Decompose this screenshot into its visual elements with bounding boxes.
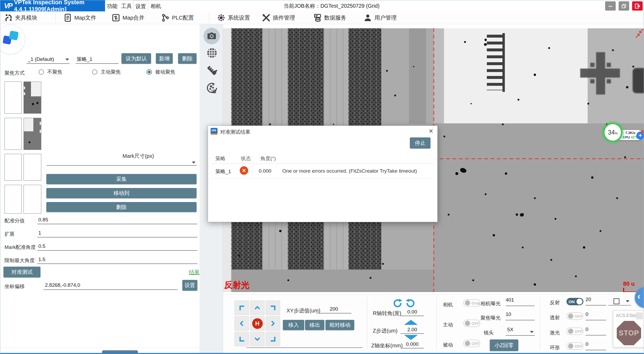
param-input-expand[interactable]: 1 (37, 228, 197, 238)
r-axis-input[interactable]: 0.00 (401, 308, 424, 316)
light-reflect-value[interactable]: 20 (586, 297, 606, 306)
menu-settings[interactable]: 设置 (133, 0, 148, 13)
radio-active-focus[interactable]: 主动聚焦 (92, 69, 121, 75)
restore-button[interactable] (619, 1, 629, 11)
preset-dropdown[interactable]: _1 (Default) (27, 55, 70, 64)
minimize-button[interactable] (605, 1, 616, 11)
mark-template-slot[interactable] (24, 185, 41, 214)
light-ring-value[interactable]: 0 (586, 341, 606, 350)
mark-template-slot[interactable] (4, 185, 22, 214)
radio-label: 被动聚焦 (155, 69, 175, 75)
jog-right-button[interactable] (266, 316, 280, 331)
light-mode-label: 反射光 (224, 279, 250, 291)
column-header-status: 状态 (241, 155, 251, 162)
xy-step-input[interactable]: 200 (316, 304, 351, 313)
mark-template-image[interactable] (24, 82, 41, 114)
lens-dropdown[interactable]: 5X (506, 327, 535, 336)
focus-exposure-input[interactable]: 10 (506, 311, 535, 320)
jog-up-right-button[interactable] (266, 301, 280, 315)
active-focus-label: 主动 (443, 321, 453, 328)
toolbar-item-user-manager[interactable]: 用户管理 (363, 11, 397, 24)
toggle-knob (568, 329, 573, 334)
table-row[interactable]: 策略_1 × 0.000 One or more errors occurred… (208, 164, 438, 178)
set-offset-button[interactable]: 设置 (182, 280, 197, 291)
recipe-map-button[interactable] (206, 82, 218, 95)
radio-no-focus[interactable]: 不聚焦 (39, 69, 62, 75)
z-step-input[interactable]: 2.00 (401, 325, 424, 334)
passive-focus-toggle[interactable]: OFF (463, 340, 480, 347)
menu-function[interactable]: 功能 (105, 0, 120, 13)
toolbar-item-fixture[interactable]: 夹具模块 (4, 11, 37, 24)
z-home-button[interactable]: 小Z回零 (490, 339, 518, 351)
jog-down-button[interactable] (250, 332, 265, 346)
move-in-button[interactable]: 移入 (283, 320, 304, 330)
relative-move-button[interactable]: 相对移动 (325, 320, 354, 330)
toolbar-item-system-settings[interactable]: 系统设置 (217, 11, 250, 24)
dialog-icon-text: vis (211, 128, 216, 132)
cpu-percent: 34 (608, 129, 615, 136)
camera-exposure-input[interactable]: 401 (506, 297, 535, 306)
move-to-button[interactable]: 移动到 (46, 188, 197, 198)
light-reflect-toggle[interactable]: ON (566, 298, 583, 305)
light-ring-toggle[interactable]: OFF (566, 342, 583, 350)
mark-template-slot[interactable] (4, 118, 22, 150)
jog-down-right-button[interactable] (266, 332, 280, 346)
param-input-max-angle[interactable]: 1.5 (37, 255, 197, 264)
light-laser-toggle[interactable]: OFF (566, 328, 583, 335)
light-color-checkbox[interactable] (614, 298, 619, 304)
measure-button[interactable] (206, 64, 218, 78)
app-logo-icon: VP (4, 2, 12, 10)
strategy-name-input[interactable]: 策略_1 (76, 55, 119, 64)
stop-sign[interactable]: STOP (617, 321, 641, 345)
z-step-down-button[interactable] (404, 335, 418, 340)
mark-size-dropdown[interactable] (47, 158, 197, 166)
add-strategy-button[interactable]: 新增 (156, 53, 173, 64)
mark-template-image[interactable] (24, 118, 41, 150)
jog-down-left-button[interactable] (234, 332, 249, 346)
toolbar-item-data-service[interactable]: 数据服务 (313, 11, 346, 24)
jog-up-left-button[interactable] (234, 301, 249, 315)
jog-left-button[interactable] (234, 316, 249, 331)
param-input-score[interactable]: 0.85 (37, 215, 197, 224)
move-out-button[interactable]: 移出 (305, 320, 324, 330)
menu-tools[interactable]: 工具 (120, 0, 133, 13)
coord-offset-input[interactable]: 2.8268,-0.874,0 (43, 280, 178, 290)
menu-camera[interactable]: 相机 (149, 0, 163, 13)
jog-home-button[interactable]: H (250, 316, 265, 331)
camera-gray-toggle[interactable]: Gray (463, 299, 480, 307)
dialog-close-button[interactable]: × (429, 127, 433, 135)
toolbar-item-plc-config[interactable]: PLC配置 (161, 11, 194, 24)
mark-template-slot[interactable] (4, 82, 22, 114)
jog-up-button[interactable] (250, 301, 265, 315)
collect-button[interactable]: 采集 (46, 174, 197, 184)
dialog-stop-button[interactable]: 停止 (410, 137, 430, 149)
z-pos-input[interactable]: 0.000 (401, 340, 424, 348)
plus-icon: + (639, 132, 642, 139)
exit-button[interactable] (632, 1, 643, 11)
set-default-button[interactable]: 设为默认 (121, 53, 151, 64)
mark-template-slot[interactable] (24, 154, 41, 181)
bottom-input-line[interactable] (247, 347, 362, 348)
delete-strategy-button[interactable]: 删除 (178, 53, 197, 64)
delete-mark-button[interactable]: 删除 (46, 202, 197, 212)
mark-template-slot[interactable] (4, 154, 22, 181)
toolbar-item-plugin-manager[interactable]: 插件管理 (262, 11, 295, 24)
active-focus-toggle[interactable]: OFF (463, 320, 480, 327)
light-transmit-value[interactable]: 0 (586, 311, 606, 320)
chevron-down-icon[interactable] (626, 300, 629, 302)
toolbar-item-map-file[interactable]: Map文件 (63, 11, 96, 24)
collapse-view-button[interactable]: ↙ ↗ (635, 28, 644, 40)
radio-passive-focus[interactable]: 被动聚焦 (147, 69, 175, 75)
upload-arrow-icon: ↑ (623, 131, 624, 135)
toolbar-label: 插件管理 (273, 14, 295, 21)
result-link[interactable]: 结果 (189, 269, 199, 276)
camera-view-button[interactable] (203, 28, 220, 44)
light-transmit-toggle[interactable]: OFF (566, 312, 583, 320)
wafer-map-button[interactable] (206, 47, 218, 60)
toolbar-item-map-merge[interactable]: Map合并 (111, 11, 144, 24)
light-laser-value[interactable]: 0 (586, 326, 606, 335)
z-step-up-button[interactable] (404, 320, 418, 325)
param-input-mark-angle[interactable]: 0.5 (37, 242, 197, 251)
scale-text: 80 u (623, 280, 636, 287)
align-test-button[interactable]: 对准测试 (3, 267, 40, 277)
